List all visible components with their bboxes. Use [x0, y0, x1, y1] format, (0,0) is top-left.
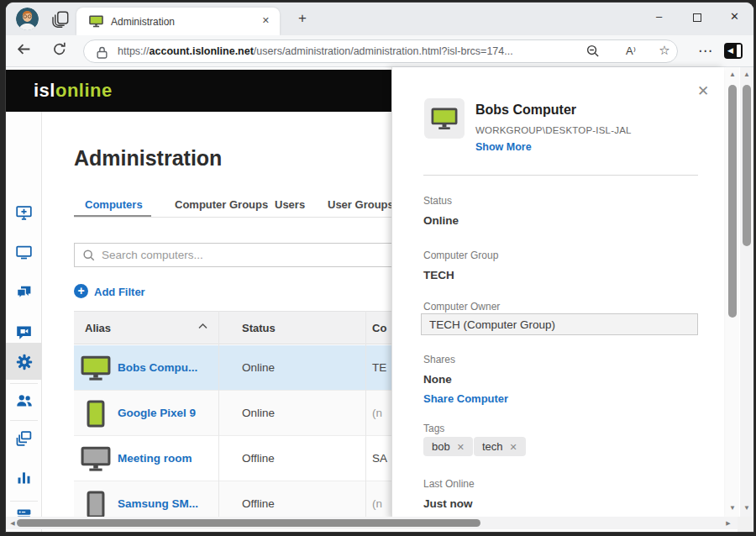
- url-scheme: https://: [118, 45, 150, 57]
- computer-link[interactable]: Meeting room: [118, 452, 192, 465]
- tab-computers[interactable]: Computers: [85, 198, 143, 211]
- search-input[interactable]: [102, 244, 396, 266]
- tab-strip: Administration ✕ + – ✕: [6, 3, 753, 35]
- new-tab-button[interactable]: +: [292, 8, 312, 29]
- logo-isl: isl: [34, 80, 55, 101]
- add-filter-label: Add Filter: [94, 286, 145, 298]
- avatar-person-icon: [16, 8, 39, 30]
- last-online-label: Last Online: [423, 478, 475, 490]
- show-more-link[interactable]: Show More: [475, 141, 532, 153]
- computer-owner-field[interactable]: [421, 313, 698, 335]
- scroll-down-icon[interactable]: ▼: [726, 504, 739, 512]
- settings-menu-icon[interactable]: ⋯: [698, 42, 713, 60]
- phone-online-icon: [87, 400, 105, 428]
- logo-online: online: [55, 80, 113, 101]
- sidebar-item-computers[interactable]: [15, 244, 33, 261]
- status-cell: Offline: [242, 497, 275, 510]
- maximize-icon: [693, 13, 701, 22]
- tag-text: bob: [432, 440, 450, 453]
- search-icon: [82, 249, 95, 261]
- scroll-up-icon[interactable]: ▲: [726, 71, 739, 78]
- last-online-value: Just now: [423, 497, 473, 510]
- sort-asc-icon[interactable]: [198, 323, 207, 329]
- shares-value: None: [423, 373, 452, 386]
- profile-avatar[interactable]: [16, 8, 39, 30]
- sidebar-divider: [10, 383, 38, 384]
- address-bar[interactable]: https://account.islonline.net/users/admi…: [83, 39, 678, 63]
- sidebar-item-settings[interactable]: [15, 353, 33, 370]
- group-cell: TE: [372, 361, 386, 374]
- brand-header: islonline: [6, 70, 391, 112]
- tag-chip-bob[interactable]: bob✕: [423, 437, 473, 456]
- computer-link[interactable]: Google Pixel 9: [118, 407, 196, 419]
- tag-chip-tech[interactable]: tech✕: [474, 437, 526, 456]
- computer-link[interactable]: Bobs Compu...: [118, 361, 197, 374]
- panel-monitor-icon: [431, 108, 458, 130]
- share-computer-link[interactable]: Share Computer: [423, 392, 508, 405]
- status-cell: Online: [242, 361, 275, 374]
- sidebar-toggle-arrow: ◀: [727, 46, 733, 55]
- tab-administration[interactable]: Administration ✕: [76, 8, 280, 35]
- refresh-button[interactable]: [52, 41, 72, 61]
- window-minimize-button[interactable]: –: [640, 3, 678, 33]
- favorite-star-icon[interactable]: ☆: [656, 43, 673, 58]
- sidebar-toggle-strip: [737, 45, 741, 57]
- sidebar-item-chat[interactable]: [15, 284, 33, 302]
- computer-owner-label: Computer Owner: [423, 301, 500, 313]
- horizontal-scrollbar[interactable]: ◀ ▶: [6, 517, 738, 529]
- horizontal-scrollbar-thumb[interactable]: [17, 519, 480, 527]
- sidebar-item-add-computer[interactable]: [15, 204, 33, 222]
- panel-scrollbar[interactable]: ▲ ▼: [726, 67, 739, 517]
- computer-link[interactable]: Samsung SM...: [118, 497, 198, 510]
- scroll-down-icon[interactable]: ▼: [740, 504, 753, 512]
- browser-window: Administration ✕ + – ✕ https://account.i…: [6, 3, 753, 532]
- back-button[interactable]: [16, 41, 36, 61]
- panel-scrollbar-thumb[interactable]: [728, 85, 737, 318]
- sidebar-item-reports[interactable]: [15, 469, 33, 486]
- panel-close-icon[interactable]: ✕: [697, 82, 709, 100]
- tab-title: Administration: [111, 16, 175, 28]
- plus-circle-icon: +: [74, 284, 88, 298]
- read-aloud-icon[interactable]: A⁾: [622, 45, 639, 60]
- scroll-right-icon[interactable]: ▶: [722, 520, 735, 527]
- computer-group-value: TECH: [423, 269, 454, 281]
- computer-detail-panel: ✕ Bobs Computer WORKGROUP\DESKTOP-ISL-JA…: [391, 67, 724, 519]
- sidebar-item-video-chat[interactable]: [15, 323, 33, 341]
- url-path: /users/administration/administration.htm…: [254, 45, 513, 57]
- window-maximize-button[interactable]: [678, 3, 716, 33]
- page-content: islonline: [6, 67, 753, 532]
- tab-computer-groups[interactable]: Computer Groups: [175, 198, 268, 211]
- column-header-status[interactable]: Status: [242, 322, 276, 334]
- page-scrollbar[interactable]: ▲ ▼: [740, 67, 753, 532]
- column-header-group[interactable]: Co: [372, 322, 386, 334]
- panel-divider: [423, 175, 698, 176]
- browser-toolbar: https://account.islonline.net/users/admi…: [6, 35, 753, 67]
- tag-remove-icon[interactable]: ✕: [457, 442, 465, 452]
- url-text[interactable]: https://account.islonline.net/users/admi…: [118, 45, 580, 57]
- sidebar-item-users[interactable]: [15, 391, 33, 409]
- window-close-button[interactable]: ✕: [716, 3, 753, 33]
- tag-remove-icon[interactable]: ✕: [510, 442, 517, 452]
- shares-label: Shares: [423, 354, 455, 365]
- computer-avatar: [424, 98, 465, 139]
- scroll-up-icon[interactable]: ▲: [740, 71, 753, 78]
- status-label: Status: [423, 195, 452, 207]
- sidebar-toggle-icon[interactable]: ◀: [724, 43, 743, 59]
- lock-icon: [97, 46, 108, 59]
- islonline-logo: islonline: [34, 80, 113, 102]
- page-scrollbar-thumb[interactable]: [743, 85, 751, 246]
- group-cell: (n: [372, 497, 382, 510]
- computer-group-label: Computer Group: [423, 250, 498, 261]
- column-header-alias[interactable]: Alias: [85, 322, 111, 334]
- zoom-out-icon[interactable]: [584, 44, 601, 59]
- tab-close-icon[interactable]: ✕: [262, 15, 270, 26]
- tab-user-groups[interactable]: User Groups: [328, 198, 394, 211]
- sidebar-item-sessions[interactable]: [15, 429, 33, 447]
- workspaces-icon[interactable]: [51, 10, 70, 32]
- desktop-offline-icon: [81, 446, 111, 472]
- tags-label: Tags: [423, 423, 444, 434]
- tab-favicon-monitor-icon: [89, 15, 103, 28]
- page-title: Administration: [74, 146, 222, 171]
- tab-users[interactable]: Users: [275, 198, 305, 211]
- status-cell: Offline: [242, 452, 275, 465]
